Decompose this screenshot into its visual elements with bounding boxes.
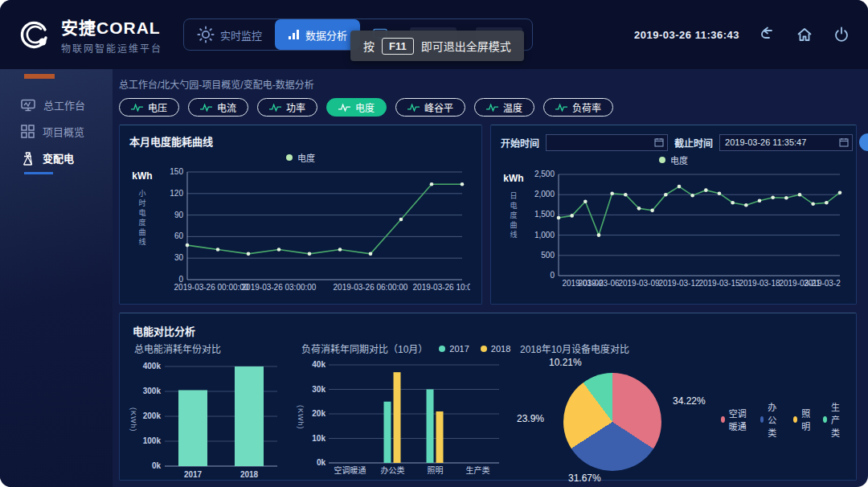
svg-text:90: 90 [174,211,184,219]
svg-text:2019-03-18: 2019-03-18 [739,279,780,288]
tab-power[interactable]: 功率 [257,98,317,117]
tab-label: 电度 [355,100,375,114]
svg-text:0k: 0k [152,461,162,470]
device-pie-chart[interactable] [563,373,661,471]
svg-text:1,000: 1,000 [534,231,555,239]
comparison-panel: 电能对比分析 总电能消耗年份对比 (KWh) 0k100k200k300k400… [119,313,857,481]
end-time-input[interactable] [725,137,839,147]
svg-text:2019-03-09: 2019-03-09 [618,279,660,288]
legend-2017[interactable]: 2017 [439,344,469,354]
legend-label: 电度 [297,151,315,164]
legend-label: 生产类 [831,400,846,439]
brand-title: 安捷CORAL [61,14,162,39]
grid-icon [21,125,35,138]
start-time-input[interactable] [551,137,654,147]
power-icon[interactable] [833,26,850,43]
breadcrumb: 总工作台/北大勺园-项目概览/变配电-数据分析 [119,77,857,91]
comparison-title: 电能对比分析 [129,321,846,340]
svg-text:办公类: 办公类 [381,465,405,475]
svg-text:10k: 10k [312,434,326,443]
nav-item-data-analysis[interactable]: 数据分析 [275,19,360,50]
legend-dot [481,346,487,352]
daily-query-header: 开始时间 截止时间 [501,133,846,151]
calendar-icon[interactable] [654,137,664,147]
pie-legend-production[interactable]: 生产类 [823,400,846,439]
home-icon[interactable] [796,26,813,43]
svg-text:2019-03-15: 2019-03-15 [698,279,740,288]
hourly-axis-name: 小时电度曲线 [137,190,148,248]
legend-dot [760,416,764,423]
tab-voltage[interactable]: 电压 [119,98,179,117]
end-time-label: 截止时间 [674,136,713,149]
pie-label-production: 10.21% [549,357,582,368]
sidebar-item-workbench[interactable]: 总工作台 [0,92,113,118]
legend-label: 办公类 [768,400,783,439]
pulse-icon [131,104,143,112]
svg-text:500: 500 [541,251,555,260]
pulse-icon [200,104,212,112]
pie-label-hvac: 34.22% [673,395,706,407]
pie-label-office: 31.67% [568,473,601,484]
month-chart-title: 负荷消耗年同期对比（10月） [297,342,428,355]
back-icon[interactable] [759,26,776,43]
hourly-legend[interactable]: 电度 [129,151,472,164]
svg-text:2,000: 2,000 [534,190,555,198]
legend-2018[interactable]: 2018 [481,344,510,354]
tab-peak-valley[interactable]: 峰谷平 [395,98,465,117]
year-chart-title: 总电能消耗年份对比 [129,342,297,355]
tab-energy[interactable]: 电度 [326,98,387,117]
workbench-icon [21,99,35,112]
main-area: 总工作台 项目概览 变配电 总工作台/北大勺园 [0,69,868,487]
sidebar-item-projects[interactable]: 项目概览 [0,118,113,145]
tab-label: 温度 [503,100,522,114]
pulse-icon [338,104,350,112]
sidebar-item-label: 变配电 [43,150,74,166]
brand-logo-icon [18,18,51,51]
start-time-label: 开始时间 [501,136,539,149]
toast-message: 即可退出全屏模式 [421,38,511,54]
sidebar-item-substation[interactable]: 变配电 [0,145,113,171]
tab-current[interactable]: 电流 [188,98,248,117]
month-chart-ylabel: (KWh) [297,405,305,430]
month-grouped-bar-chart: 0k10k20k30k40k空调暖通办公类照明生产类 [305,358,504,476]
daily-legend[interactable]: 电度 [501,153,846,166]
power-tower-icon [21,151,35,166]
dashboard: 安捷CORAL 物联网智能运维平台 实时监控 [0,0,868,487]
nav-item-realtime[interactable]: 实时监控 [184,19,275,50]
svg-text:2019-03-26 10:00: 2019-03-26 10:00 [413,283,470,292]
svg-text:2017: 2017 [184,470,203,479]
daily-line-chart: 05001,0001,5002,0002,5002019-03-022019-0… [526,168,846,289]
tab-label: 功率 [286,100,305,114]
line-charts-row: 本月电度能耗曲线 电度 kWh 小时电度曲线 03060901201502019… [119,125,857,305]
svg-text:30: 30 [174,253,184,262]
month-compare-chart-block: 负荷消耗年同期对比（10月） 2017 2018 (KWh) [297,342,515,484]
legend-dot [286,154,293,161]
svg-text:2019-03-26 00:00:00: 2019-03-26 00:00:00 [174,283,249,292]
calendar-icon[interactable] [839,137,849,147]
svg-text:200k: 200k [143,411,162,420]
end-time-input-wrap [719,134,853,151]
toast-key-f11: F11 [382,38,414,55]
pie-legend-hvac[interactable]: 空调暖通 [721,407,750,432]
svg-text:120: 120 [170,189,183,198]
year-chart-ylabel: (KWh) [129,407,137,432]
pulse-icon [486,104,498,112]
start-time-input-wrap [546,134,668,151]
hourly-panel-title: 本月电度能耗曲线 [129,133,472,149]
sidebar-item-label: 项目概览 [43,124,84,139]
tab-label: 负荷率 [572,100,601,114]
svg-text:40k: 40k [312,360,326,369]
pie-legend-office[interactable]: 办公类 [760,400,784,439]
sidebar-item-label: 总工作台 [43,97,85,113]
legend-label: 电度 [670,153,688,166]
sidebar: 总工作台 项目概览 变配电 [0,69,113,487]
svg-text:400k: 400k [143,362,162,370]
svg-text:1,500: 1,500 [534,210,555,219]
svg-text:2019-03-12: 2019-03-12 [658,279,700,288]
tab-load-rate[interactable]: 负荷率 [543,98,613,117]
pie-legend-lighting[interactable]: 照明 [793,407,813,432]
tab-label: 电压 [148,100,167,114]
tab-temperature[interactable]: 温度 [474,98,534,117]
search-button[interactable]: 搜索 [859,133,868,151]
year-bar-chart: 0k100k200k300k400k20172018 [137,358,284,481]
